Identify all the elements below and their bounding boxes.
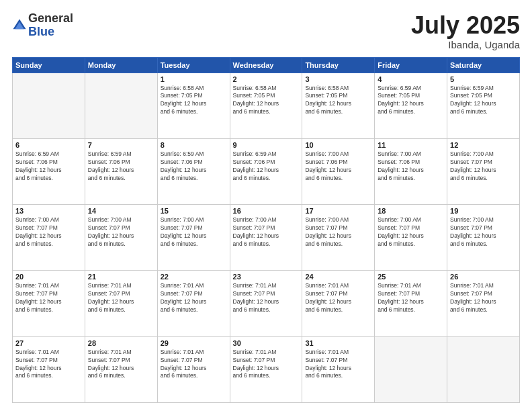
logo-text: General Blue [28, 12, 73, 39]
day-number: 23 [233, 273, 300, 281]
day-number: 24 [305, 273, 371, 281]
col-friday: Friday [375, 57, 447, 73]
table-row: 1Sunrise: 6:58 AM Sunset: 7:05 PM Daylig… [157, 73, 230, 138]
day-number: 1 [161, 75, 227, 83]
day-number: 10 [305, 141, 371, 149]
table-row: 19Sunrise: 7:00 AM Sunset: 7:07 PM Dayli… [447, 205, 520, 271]
day-info: Sunrise: 7:00 AM Sunset: 7:07 PM Dayligh… [450, 216, 517, 248]
table-row: 15Sunrise: 7:00 AM Sunset: 7:07 PM Dayli… [157, 205, 230, 271]
day-info: Sunrise: 7:01 AM Sunset: 7:07 PM Dayligh… [15, 282, 82, 314]
table-row: 31Sunrise: 7:01 AM Sunset: 7:07 PM Dayli… [302, 336, 375, 402]
logo-general: General [28, 11, 73, 25]
table-row: 12Sunrise: 7:00 AM Sunset: 7:07 PM Dayli… [447, 138, 520, 204]
day-number: 15 [161, 207, 227, 215]
day-number: 31 [305, 339, 371, 347]
day-info: Sunrise: 6:59 AM Sunset: 7:05 PM Dayligh… [450, 85, 517, 117]
day-info: Sunrise: 7:01 AM Sunset: 7:07 PM Dayligh… [88, 349, 154, 381]
table-row: 29Sunrise: 7:01 AM Sunset: 7:07 PM Dayli… [157, 336, 230, 402]
table-row: 22Sunrise: 7:01 AM Sunset: 7:07 PM Dayli… [157, 271, 230, 336]
table-row: 26Sunrise: 7:01 AM Sunset: 7:07 PM Dayli… [447, 271, 520, 336]
day-info: Sunrise: 6:58 AM Sunset: 7:05 PM Dayligh… [233, 85, 300, 117]
day-info: Sunrise: 7:01 AM Sunset: 7:07 PM Dayligh… [233, 282, 300, 314]
day-info: Sunrise: 7:00 AM Sunset: 7:06 PM Dayligh… [378, 150, 444, 183]
day-info: Sunrise: 7:01 AM Sunset: 7:07 PM Dayligh… [233, 349, 300, 381]
logo: General Blue [12, 12, 73, 39]
table-row: 4Sunrise: 6:59 AM Sunset: 7:05 PM Daylig… [375, 73, 447, 138]
day-number: 6 [15, 141, 82, 149]
calendar-week-row: 13Sunrise: 7:00 AM Sunset: 7:07 PM Dayli… [13, 205, 520, 271]
col-monday: Monday [85, 57, 157, 73]
col-sunday: Sunday [13, 57, 85, 73]
title-block: July 2025 Ibanda, Uganda [411, 12, 520, 50]
day-number: 22 [161, 273, 227, 281]
day-info: Sunrise: 6:58 AM Sunset: 7:05 PM Dayligh… [305, 85, 371, 117]
day-number: 21 [88, 273, 154, 281]
day-number: 16 [233, 207, 300, 215]
table-row: 7Sunrise: 6:59 AM Sunset: 7:06 PM Daylig… [85, 138, 157, 204]
calendar-week-row: 20Sunrise: 7:01 AM Sunset: 7:07 PM Dayli… [13, 271, 520, 336]
table-row: 8Sunrise: 6:59 AM Sunset: 7:06 PM Daylig… [157, 138, 230, 204]
day-number: 9 [233, 141, 300, 149]
logo-blue: Blue [28, 25, 54, 38]
table-row: 9Sunrise: 6:59 AM Sunset: 7:06 PM Daylig… [230, 138, 302, 204]
day-info: Sunrise: 6:59 AM Sunset: 7:06 PM Dayligh… [88, 150, 154, 183]
day-number: 3 [305, 75, 371, 83]
col-thursday: Thursday [302, 57, 375, 73]
table-row: 27Sunrise: 7:01 AM Sunset: 7:07 PM Dayli… [13, 336, 85, 402]
day-info: Sunrise: 7:00 AM Sunset: 7:07 PM Dayligh… [233, 216, 300, 248]
day-number: 5 [450, 75, 517, 83]
day-number: 18 [378, 207, 444, 215]
table-row: 18Sunrise: 7:00 AM Sunset: 7:07 PM Dayli… [375, 205, 447, 271]
day-info: Sunrise: 7:00 AM Sunset: 7:07 PM Dayligh… [88, 216, 154, 248]
day-number: 28 [88, 339, 154, 347]
day-info: Sunrise: 7:01 AM Sunset: 7:07 PM Dayligh… [161, 282, 227, 314]
table-row: 14Sunrise: 7:00 AM Sunset: 7:07 PM Dayli… [85, 205, 157, 271]
day-info: Sunrise: 7:00 AM Sunset: 7:07 PM Dayligh… [450, 150, 517, 183]
day-info: Sunrise: 7:01 AM Sunset: 7:07 PM Dayligh… [15, 349, 82, 381]
table-row: 30Sunrise: 7:01 AM Sunset: 7:07 PM Dayli… [230, 336, 302, 402]
col-saturday: Saturday [447, 57, 520, 73]
day-number: 26 [450, 273, 517, 281]
table-row: 3Sunrise: 6:58 AM Sunset: 7:05 PM Daylig… [302, 73, 375, 138]
day-info: Sunrise: 7:00 AM Sunset: 7:07 PM Dayligh… [305, 216, 371, 248]
calendar-week-row: 27Sunrise: 7:01 AM Sunset: 7:07 PM Dayli… [13, 336, 520, 402]
location-subtitle: Ibanda, Uganda [411, 39, 520, 50]
day-number: 20 [15, 273, 82, 281]
logo-icon [12, 18, 27, 33]
day-number: 4 [378, 75, 444, 83]
day-info: Sunrise: 7:00 AM Sunset: 7:07 PM Dayligh… [161, 216, 227, 248]
day-info: Sunrise: 7:01 AM Sunset: 7:07 PM Dayligh… [378, 282, 444, 314]
table-row: 23Sunrise: 7:01 AM Sunset: 7:07 PM Dayli… [230, 271, 302, 336]
day-number: 12 [450, 141, 517, 149]
page: General Blue July 2025 Ibanda, Uganda Su… [0, 0, 532, 411]
table-row: 10Sunrise: 7:00 AM Sunset: 7:06 PM Dayli… [302, 138, 375, 204]
calendar-week-row: 1Sunrise: 6:58 AM Sunset: 7:05 PM Daylig… [13, 73, 520, 138]
day-info: Sunrise: 6:59 AM Sunset: 7:06 PM Dayligh… [15, 150, 82, 183]
day-info: Sunrise: 7:01 AM Sunset: 7:07 PM Dayligh… [305, 349, 371, 381]
day-number: 25 [378, 273, 444, 281]
table-row: 16Sunrise: 7:00 AM Sunset: 7:07 PM Dayli… [230, 205, 302, 271]
day-info: Sunrise: 6:59 AM Sunset: 7:06 PM Dayligh… [233, 150, 300, 183]
table-row: 20Sunrise: 7:01 AM Sunset: 7:07 PM Dayli… [13, 271, 85, 336]
header: General Blue July 2025 Ibanda, Uganda [12, 12, 520, 50]
day-number: 8 [161, 141, 227, 149]
col-tuesday: Tuesday [157, 57, 230, 73]
table-row: 11Sunrise: 7:00 AM Sunset: 7:06 PM Dayli… [375, 138, 447, 204]
table-row: 24Sunrise: 7:01 AM Sunset: 7:07 PM Dayli… [302, 271, 375, 336]
table-row: 21Sunrise: 7:01 AM Sunset: 7:07 PM Dayli… [85, 271, 157, 336]
table-row: 25Sunrise: 7:01 AM Sunset: 7:07 PM Dayli… [375, 271, 447, 336]
month-title: July 2025 [411, 12, 520, 39]
day-info: Sunrise: 6:58 AM Sunset: 7:05 PM Dayligh… [161, 85, 227, 117]
table-row: 2Sunrise: 6:58 AM Sunset: 7:05 PM Daylig… [230, 73, 302, 138]
day-number: 11 [378, 141, 444, 149]
table-row: 6Sunrise: 6:59 AM Sunset: 7:06 PM Daylig… [13, 138, 85, 204]
day-info: Sunrise: 7:01 AM Sunset: 7:07 PM Dayligh… [305, 282, 371, 314]
day-number: 7 [88, 141, 154, 149]
day-number: 2 [233, 75, 300, 83]
table-row [13, 73, 85, 138]
day-info: Sunrise: 7:01 AM Sunset: 7:07 PM Dayligh… [88, 282, 154, 314]
calendar-week-row: 6Sunrise: 6:59 AM Sunset: 7:06 PM Daylig… [13, 138, 520, 204]
day-info: Sunrise: 7:00 AM Sunset: 7:07 PM Dayligh… [378, 216, 444, 248]
col-wednesday: Wednesday [230, 57, 302, 73]
day-number: 29 [161, 339, 227, 347]
